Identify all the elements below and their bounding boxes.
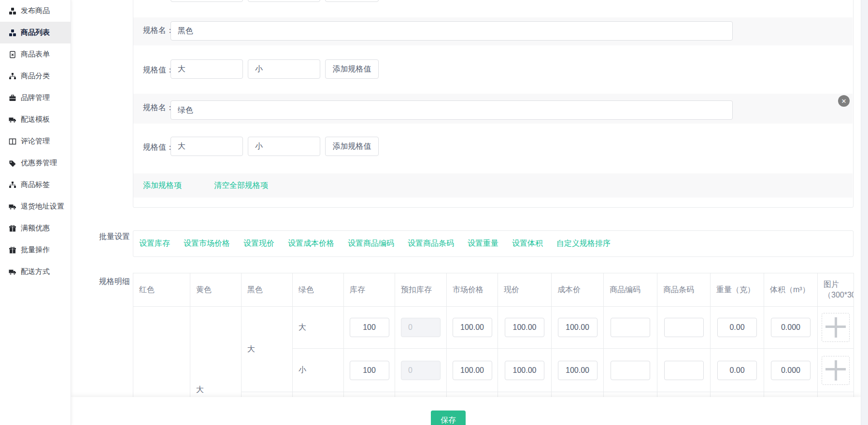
sidebar-item-batch-operation[interactable]: 批量操作 [0, 239, 71, 261]
sidebar-item-delivery-method[interactable]: 配送方式 [0, 261, 71, 283]
price-input[interactable] [505, 361, 544, 380]
volume-input[interactable] [771, 361, 811, 380]
volume-input[interactable] [771, 318, 811, 337]
product-code-input[interactable] [611, 361, 650, 380]
cell-green-value: 小 [293, 349, 344, 392]
sidebar-item-label: 商品列表 [21, 28, 50, 37]
spec-value-input-cutoff-2[interactable] [248, 0, 320, 2]
spec-value-input[interactable] [248, 137, 320, 156]
col-header-green: 绿色 [293, 273, 344, 307]
sidebar-item-product-form[interactable]: 商品表单 [0, 43, 71, 65]
product-code-input[interactable] [611, 318, 650, 337]
market-price-input[interactable] [453, 361, 492, 380]
batch-settings-label: 批量设置 [99, 232, 130, 242]
cost-price-input[interactable] [558, 361, 598, 380]
sidebar-item-product-tags[interactable]: 商品标签 [0, 174, 71, 196]
col-header-volume: 体积（m³） [764, 273, 818, 307]
spec-detail-label: 规格明细 [99, 277, 130, 287]
stock-input[interactable] [350, 318, 389, 337]
sidebar-item-delivery-template[interactable]: 配送模板 [0, 109, 71, 130]
page-scrollbar[interactable] [861, 0, 868, 425]
batch-link-set-current-price[interactable]: 设置现价 [243, 239, 274, 249]
footer-bar: 保存 [71, 397, 861, 425]
add-spec-item-link[interactable]: 添加规格项 [143, 181, 182, 191]
sidebar-item-label: 配送模板 [21, 115, 50, 124]
spec-value-input[interactable] [248, 59, 320, 79]
sidebar-item-coupon-management[interactable]: 优惠券管理 [0, 152, 71, 174]
tag-icon [9, 159, 16, 167]
add-spec-value-button[interactable]: 添加规格值 [325, 137, 379, 156]
sidebar-item-label: 商品表单 [21, 50, 50, 59]
sidebar-item-label: 品牌管理 [21, 93, 50, 102]
sidebar-item-label: 配送方式 [21, 267, 50, 276]
sidebar-item-label: 批量操作 [21, 245, 50, 255]
sidebar-item-comment-management[interactable]: 评论管理 [0, 130, 71, 152]
cubes-icon [9, 29, 16, 37]
sidebar-item-label: 满额优惠 [21, 224, 50, 233]
add-spec-value-button[interactable]: 添加规格值 [325, 59, 379, 79]
spec-name-input[interactable] [171, 21, 733, 41]
sitemap-icon [9, 181, 16, 189]
truck-icon [9, 116, 16, 124]
batch-link-set-stock[interactable]: 设置库存 [139, 239, 170, 249]
cell-green-value: 大 [293, 307, 344, 349]
col-header-weight: 重量（克） [711, 273, 764, 307]
spec-value-input[interactable] [171, 137, 243, 156]
table-row: 大 大 大 [133, 307, 854, 349]
gift-icon [9, 225, 16, 232]
barcode-input[interactable] [664, 361, 704, 380]
sidebar-item-return-address[interactable]: 退货地址设置 [0, 196, 71, 217]
batch-settings-card: 设置库存 设置市场价格 设置现价 设置成本价格 设置商品编码 设置商品条码 设置… [133, 230, 854, 257]
barcode-input[interactable] [664, 318, 704, 337]
batch-link-set-volume[interactable]: 设置体积 [512, 239, 543, 249]
batch-link-set-cost-price[interactable]: 设置成本价格 [288, 239, 334, 249]
weight-input[interactable] [717, 361, 757, 380]
batch-link-set-weight[interactable]: 设置重量 [468, 239, 498, 249]
batch-link-set-product-code[interactable]: 设置商品编码 [348, 239, 394, 249]
cubes-icon [9, 7, 16, 15]
sidebar-item-label: 商品分类 [21, 71, 50, 81]
price-input[interactable] [505, 318, 544, 337]
image-upload-button[interactable] [822, 356, 850, 385]
close-icon[interactable]: ✕ [838, 95, 850, 107]
sidebar-item-label: 商品标签 [21, 180, 50, 189]
truck-icon [9, 203, 16, 211]
sidebar-item-label: 优惠券管理 [21, 158, 57, 168]
spec-name-label: 规格名： [143, 103, 174, 113]
columns-icon [9, 138, 16, 145]
save-button[interactable]: 保存 [431, 411, 466, 425]
col-header-barcode: 商品条码 [657, 273, 711, 307]
sidebar-item-product-list[interactable]: 商品列表 [0, 22, 71, 43]
sidebar-item-product-category[interactable]: 商品分类 [0, 65, 71, 87]
image-upload-button[interactable] [822, 313, 850, 342]
withhold-stock-input [401, 318, 441, 337]
spec-value-input[interactable] [171, 59, 243, 79]
spec-value-label: 规格值： [143, 65, 174, 75]
cell-black-span: 大 [242, 307, 293, 392]
col-header-yellow: 黄色 [190, 273, 242, 307]
batch-link-set-barcode[interactable]: 设置商品条码 [408, 239, 454, 249]
col-header-price: 现价 [498, 273, 552, 307]
batch-link-set-market-price[interactable]: 设置市场价格 [184, 239, 230, 249]
col-header-product-code: 商品编码 [604, 273, 657, 307]
withhold-stock-input [401, 361, 441, 380]
spec-value-input-cutoff-1[interactable] [171, 0, 243, 2]
add-spec-value-button-cutoff[interactable] [325, 0, 379, 2]
market-price-input[interactable] [453, 318, 492, 337]
spec-value-label: 规格值： [143, 142, 174, 153]
batch-link-custom-spec-sort[interactable]: 自定义规格排序 [556, 239, 611, 249]
cost-price-input[interactable] [558, 318, 598, 337]
spec-name-input[interactable] [171, 100, 733, 120]
col-header-withhold-stock: 预扣库存 [395, 273, 447, 307]
sidebar-item-full-discount[interactable]: 满额优惠 [0, 217, 71, 239]
clear-all-spec-link[interactable]: 清空全部规格项 [214, 181, 268, 191]
weight-input[interactable] [717, 318, 757, 337]
col-header-image: 图片（300*300） [818, 273, 854, 307]
sidebar-item-publish-product[interactable]: 发布商品 [0, 0, 71, 22]
truck-icon [9, 268, 16, 276]
stock-input[interactable] [350, 361, 389, 380]
sidebar-item-label: 退货地址设置 [21, 202, 64, 211]
col-header-market-price: 市场价格 [447, 273, 498, 307]
table-header-row: 红色 黄色 黑色 绿色 库存 预扣库存 市场价格 现价 成本价 商品编码 商品条… [133, 273, 854, 307]
sidebar-item-brand-management[interactable]: 品牌管理 [0, 87, 71, 109]
